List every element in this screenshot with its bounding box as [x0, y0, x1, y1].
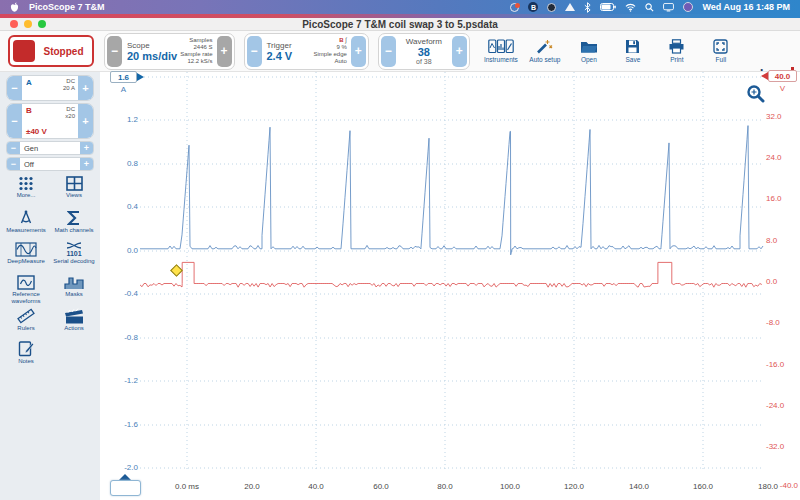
- x-axis-offset-box[interactable]: [110, 480, 141, 496]
- actions-label: Actions: [51, 325, 97, 332]
- trigger-info: B ∫ 9 % Simple edge Auto: [314, 34, 349, 69]
- sidebar-item-views[interactable]: Views: [51, 176, 97, 199]
- sidebar-item-reference-waveforms[interactable]: Reference waveforms: [3, 275, 49, 305]
- y-axis-left-label: 1.2: [108, 115, 138, 124]
- channel-b-button[interactable]: B DC x20 ±40 V: [22, 104, 78, 138]
- y-axis-top-value-v[interactable]: 40.0: [768, 70, 797, 82]
- views-label: Views: [51, 192, 97, 199]
- gen-decrease-button[interactable]: −: [7, 142, 20, 154]
- channel-b-axis-marker[interactable]: [761, 72, 768, 80]
- channel-a-increase-button[interactable]: +: [78, 76, 93, 100]
- waveform-prev-button[interactable]: −: [381, 36, 396, 67]
- trigger-mode: Simple edge: [314, 51, 347, 58]
- scope-decrease-button[interactable]: −: [107, 36, 122, 67]
- sidebar-item-masks[interactable]: Masks: [51, 275, 97, 298]
- off-increase-button[interactable]: +: [80, 158, 93, 170]
- sidebar-item-rulers[interactable]: Rulers: [3, 308, 49, 332]
- window-title: PicoScope 7 T&M coil swap 3 to 5.psdata: [0, 19, 800, 30]
- auto-setup-button[interactable]: Auto setup: [525, 39, 565, 63]
- deepmeasure-label: DeepMeasure: [3, 258, 49, 265]
- sidebar-item-math-channels[interactable]: Math channels: [51, 210, 97, 234]
- sidebar-item-more[interactable]: More...: [3, 176, 49, 199]
- channel-b-control: − B DC x20 ±40 V +: [6, 103, 94, 139]
- gen-control: − Gen +: [6, 141, 94, 155]
- y-axis-right-label: 16.0: [766, 194, 796, 203]
- full-button[interactable]: Full: [701, 39, 741, 63]
- y-axis-right-label: 32.0: [766, 112, 796, 121]
- sample-rate-label: Sample rate: [180, 51, 212, 58]
- measurements-label: Measurements: [3, 227, 49, 234]
- apple-menu-icon[interactable]: [10, 2, 19, 13]
- status-circle-icon[interactable]: [547, 3, 556, 12]
- instruments-button[interactable]: Instruments: [481, 39, 521, 63]
- waveform-label: Waveform: [406, 37, 442, 46]
- y-axis-unit-v: V: [768, 84, 797, 93]
- waveform-next-button[interactable]: +: [452, 36, 467, 67]
- bitwarden-icon[interactable]: B: [528, 2, 538, 12]
- gen-label[interactable]: Gen: [20, 142, 80, 154]
- open-button[interactable]: Open: [569, 39, 609, 63]
- left-sidebar: − A DC 20 A + − B DC x20 ±40 V +: [0, 72, 100, 500]
- more-dots-icon: [18, 176, 34, 191]
- gen-increase-button[interactable]: +: [80, 142, 93, 154]
- scope-sample-info: Samples 2446 S Sample rate 12.2 kS/s: [180, 34, 214, 69]
- save-button[interactable]: Save: [613, 39, 653, 63]
- channel-a-info: DC 20 A: [63, 78, 75, 92]
- off-decrease-button[interactable]: −: [7, 158, 20, 170]
- math-channels-label: Math channels: [51, 227, 97, 234]
- channel-b-coupling: DC: [66, 106, 75, 112]
- channel-a-button[interactable]: A DC 20 A: [22, 76, 78, 100]
- x-axis-label: 80.0: [423, 482, 467, 491]
- channel-b-increase-button[interactable]: +: [78, 104, 93, 138]
- channel-b-decrease-button[interactable]: −: [7, 104, 22, 138]
- triangle-menu-icon[interactable]: [565, 3, 575, 11]
- spotlight-search-icon[interactable]: [645, 3, 654, 12]
- samples-value: 2446 S: [180, 44, 212, 51]
- channel-a-coupling: DC: [66, 78, 75, 84]
- trigger-decrease-button[interactable]: −: [247, 36, 262, 67]
- x-axis-label: 60.0: [359, 482, 403, 491]
- sidebar-item-actions[interactable]: Actions: [51, 308, 97, 332]
- sidebar-item-measurements[interactable]: Measurements: [3, 210, 49, 234]
- menu-clock[interactable]: Wed Aug 16 1:48 PM: [702, 2, 790, 12]
- views-icon: [66, 176, 83, 191]
- display-icon[interactable]: [663, 3, 674, 12]
- channel-b-probe: x20: [65, 113, 75, 119]
- off-label[interactable]: Off: [20, 158, 80, 170]
- trigger-label: Trigger: [267, 41, 311, 50]
- sidebar-item-serial-decoding[interactable]: 1101 Serial decoding: [51, 242, 97, 265]
- waveform-of: of 38: [416, 58, 432, 65]
- sidebar-item-notes[interactable]: Notes: [3, 340, 49, 365]
- channel-a-trace: [140, 126, 763, 255]
- menu-app-name[interactable]: PicoScope 7 T&M: [29, 2, 105, 12]
- masks-icon: [64, 275, 84, 290]
- rulers-label: Rulers: [3, 325, 49, 332]
- trigger-increase-button[interactable]: +: [351, 36, 366, 67]
- x-axis-label: 20.0: [230, 482, 274, 491]
- waveform-panel: − Waveform 38 of 38 +: [378, 33, 470, 70]
- bluetooth-icon[interactable]: [584, 2, 591, 13]
- y-axis-right-label: -8.0: [766, 318, 796, 327]
- stopped-button[interactable]: Stopped: [8, 35, 94, 67]
- scope-increase-button[interactable]: +: [217, 36, 232, 67]
- scope-main[interactable]: Scope 20 ms/div: [124, 34, 180, 69]
- notification-app-icon[interactable]: [510, 3, 519, 12]
- trigger-auto: Auto: [314, 58, 347, 65]
- waveform-plot[interactable]: [140, 72, 765, 470]
- waveform-main[interactable]: Waveform 38 of 38: [398, 34, 450, 69]
- trigger-value: 2.4 V: [267, 50, 311, 62]
- channel-a-decrease-button[interactable]: −: [7, 76, 22, 100]
- print-button[interactable]: Print: [657, 39, 697, 63]
- app-circle-icon[interactable]: [683, 2, 693, 12]
- y-axis-right-label: 0.0: [766, 277, 796, 286]
- battery-icon[interactable]: [600, 3, 616, 11]
- deepmeasure-icon: [15, 242, 37, 257]
- zoom-overview-icon[interactable]: [746, 84, 766, 108]
- trigger-main[interactable]: Trigger 2.4 V: [264, 34, 314, 69]
- y-axis-top-value-a[interactable]: 1.6: [110, 71, 137, 83]
- channel-a-axis-marker[interactable]: [137, 73, 144, 81]
- sidebar-item-deepmeasure[interactable]: DeepMeasure: [3, 242, 49, 265]
- measurements-icon: [18, 210, 34, 226]
- channel-a-letter: A: [26, 78, 32, 87]
- wifi-icon[interactable]: [625, 3, 636, 12]
